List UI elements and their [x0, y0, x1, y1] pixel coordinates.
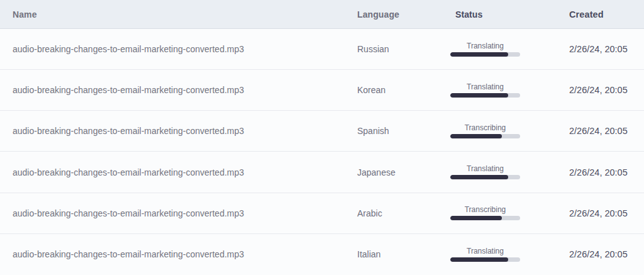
status-label: Translating — [467, 165, 504, 172]
status-cell: Translating — [443, 247, 558, 262]
created-date: 2/26/24, 20:05 — [558, 249, 644, 259]
progress-bar-track — [450, 134, 520, 138]
created-date: 2/26/24, 20:05 — [558, 44, 644, 54]
status-progress: Translating — [450, 42, 520, 57]
progress-bar-fill — [450, 134, 502, 138]
language-value: Spanish — [345, 126, 443, 136]
table-header: Name Language Status Created — [0, 0, 644, 29]
status-progress: Translating — [450, 83, 520, 98]
file-name: audio-breaking-changes-to-email-marketin… — [0, 167, 345, 177]
status-label: Translating — [467, 247, 504, 255]
status-progress: Transcribing — [450, 206, 520, 220]
table-body: audio-breaking-changes-to-email-marketin… — [0, 29, 644, 275]
created-date: 2/26/24, 20:05 — [558, 208, 644, 218]
status-cell: Transcribing — [443, 124, 558, 138]
created-date: 2/26/24, 20:05 — [558, 85, 644, 95]
language-value: Arabic — [345, 208, 443, 218]
progress-bar-track — [450, 175, 520, 179]
progress-bar-fill — [450, 52, 508, 57]
created-date: 2/26/24, 20:05 — [558, 167, 644, 177]
progress-bar-fill — [450, 175, 508, 179]
column-header-created: Created — [558, 9, 644, 20]
table-row[interactable]: audio-breaking-changes-to-email-marketin… — [0, 234, 644, 275]
file-name: audio-breaking-changes-to-email-marketin… — [0, 44, 345, 54]
table-row[interactable]: audio-breaking-changes-to-email-marketin… — [0, 29, 644, 70]
dubbing-projects-table: Name Language Status Created audio-break… — [0, 0, 644, 275]
status-cell: Translating — [443, 42, 558, 57]
progress-bar-track — [450, 93, 520, 98]
status-cell: Translating — [443, 165, 558, 179]
column-header-language: Language — [345, 9, 443, 20]
language-value: Italian — [345, 249, 443, 259]
progress-bar-fill — [450, 93, 508, 98]
progress-bar-track — [450, 52, 520, 57]
progress-bar-track — [450, 216, 520, 220]
language-value: Japanese — [345, 167, 443, 177]
status-label: Transcribing — [465, 206, 506, 213]
table-row[interactable]: audio-breaking-changes-to-email-marketin… — [0, 152, 644, 193]
status-cell: Transcribing — [443, 206, 558, 220]
file-name: audio-breaking-changes-to-email-marketin… — [0, 126, 345, 136]
status-progress: Transcribing — [450, 124, 520, 138]
status-label: Transcribing — [465, 124, 506, 132]
progress-bar-fill — [450, 216, 502, 220]
status-label: Translating — [467, 42, 504, 50]
file-name: audio-breaking-changes-to-email-marketin… — [0, 249, 345, 259]
created-date: 2/26/24, 20:05 — [558, 126, 644, 136]
file-name: audio-breaking-changes-to-email-marketin… — [0, 208, 345, 218]
status-cell: Translating — [443, 83, 558, 98]
column-header-name: Name — [0, 9, 345, 20]
column-header-status: Status — [443, 9, 558, 20]
status-progress: Translating — [450, 165, 520, 179]
status-progress: Translating — [450, 247, 520, 262]
language-value: Russian — [345, 44, 443, 54]
language-value: Korean — [345, 85, 443, 95]
table-row[interactable]: audio-breaking-changes-to-email-marketin… — [0, 111, 644, 152]
table-row[interactable]: audio-breaking-changes-to-email-marketin… — [0, 70, 644, 111]
progress-bar-fill — [450, 257, 508, 262]
progress-bar-track — [450, 257, 520, 262]
table-row[interactable]: audio-breaking-changes-to-email-marketin… — [0, 193, 644, 234]
file-name: audio-breaking-changes-to-email-marketin… — [0, 85, 345, 95]
status-label: Translating — [467, 83, 504, 91]
